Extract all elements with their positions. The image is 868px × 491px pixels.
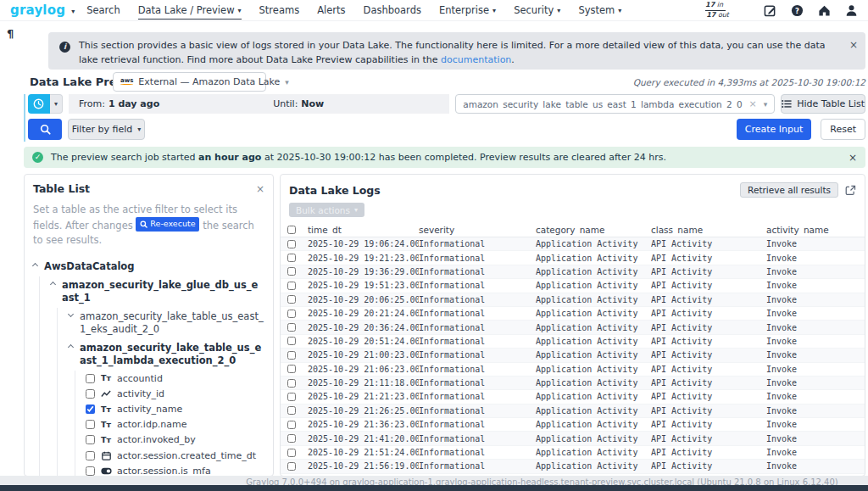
log-table-row[interactable]: 2025-10-29 19:51:23.000 Informational Ap…	[281, 279, 865, 293]
user-icon[interactable]	[845, 4, 858, 17]
cell-time-dt: 2025-10-29 20:51:24.000	[308, 337, 419, 346]
column-header[interactable]: severity	[419, 225, 536, 235]
help-icon[interactable]: ?	[791, 4, 804, 17]
log-table-row[interactable]: 2025-10-29 21:11:18.000 Informational Ap…	[281, 377, 865, 390]
field-list-item[interactable]: actor.session.is_mfa	[86, 463, 264, 477]
time-range-display[interactable]: From: 1 day ago Until: Now	[69, 94, 449, 114]
data-lake-selector-dropdown[interactable]: aws External — Amazon Data Lake ▾	[113, 72, 266, 92]
nav-menu-item[interactable]: Alerts	[317, 2, 345, 19]
tree-node-table-expanded[interactable]: amazon_security_lake_table_us_east_1_lam…	[69, 339, 264, 371]
log-table-row[interactable]: 2025-10-29 21:56:19.000 Informational Ap…	[281, 460, 865, 473]
clear-filter-icon[interactable]: ×	[749, 98, 757, 109]
nav-menu-item[interactable]: Streams	[259, 2, 300, 19]
hide-table-list-button[interactable]: Hide Table List	[781, 94, 865, 114]
job-banner-close-icon[interactable]: ×	[849, 152, 857, 164]
graylog-logo[interactable]: graylog	[10, 3, 65, 18]
re-execute-button[interactable]: Re-execute	[136, 217, 199, 231]
bulk-actions-button[interactable]: Bulk actions ▾	[289, 203, 364, 217]
row-checkbox[interactable]	[287, 337, 296, 345]
nav-menu-item[interactable]: Dashboards	[364, 2, 421, 19]
field-list-item[interactable]: actor.session.created_time_dt	[86, 448, 264, 463]
row-checkbox[interactable]	[287, 310, 296, 318]
row-checkbox[interactable]	[287, 351, 296, 360]
time-range-dropdown-caret[interactable]: ▾	[50, 94, 63, 114]
field-list-item[interactable]: Tᴛ actor.idp.name	[86, 417, 264, 432]
column-header[interactable]: class_name	[651, 225, 766, 235]
row-checkbox[interactable]	[287, 267, 296, 276]
throughput-out-unit: out	[718, 11, 729, 19]
log-table-row[interactable]: 2025-10-29 21:41:20.000 Informational Ap…	[281, 432, 865, 445]
documentation-link[interactable]: documentation	[441, 54, 511, 65]
cell-class-name: API Activity	[651, 309, 766, 318]
compose-icon[interactable]	[764, 4, 776, 17]
field-checkbox[interactable]	[86, 389, 95, 399]
log-table-row[interactable]: 2025-10-29 21:36:23.000 Informational Ap…	[281, 418, 865, 432]
column-header[interactable]: category_name	[536, 225, 651, 235]
external-link-icon[interactable]	[845, 185, 856, 196]
cell-time-dt: 2025-10-29 21:06:23.000	[308, 365, 419, 374]
log-table-row[interactable]: 2025-10-29 20:51:24.000 Informational Ap…	[281, 335, 865, 349]
row-checkbox[interactable]	[287, 406, 296, 415]
log-table-row[interactable]: 2025-10-29 19:21:23.000 Informational Ap…	[281, 251, 865, 265]
row-checkbox[interactable]	[287, 295, 296, 304]
log-table-row[interactable]: 2025-10-29 19:36:29.000 Informational Ap…	[281, 265, 865, 279]
log-table-row[interactable]: 2025-10-29 21:00:23.000 Informational Ap…	[281, 349, 865, 362]
search-button[interactable]	[28, 119, 62, 140]
nav-menu-item[interactable]: Security ▾	[514, 2, 560, 19]
retrieve-all-results-button[interactable]: Retrieve all results	[740, 182, 838, 198]
column-header[interactable]: activity_name	[766, 225, 865, 235]
row-checkbox[interactable]	[287, 240, 296, 248]
field-checkbox[interactable]	[86, 451, 95, 460]
tree-node-catalog[interactable]: AwsDataCatalog	[33, 258, 264, 276]
row-checkbox[interactable]	[287, 449, 296, 457]
row-checkbox[interactable]	[287, 379, 296, 388]
filter-by-field-button[interactable]: Filter by field ▾	[68, 119, 145, 140]
table-filter-select[interactable]: amazon_security_lake_table_us_east_1_lam…	[455, 94, 775, 114]
select-all-checkbox[interactable]	[287, 226, 296, 234]
row-checkbox[interactable]	[287, 282, 296, 290]
log-table-row[interactable]: 2025-10-29 20:36:24.000 Informational Ap…	[281, 321, 865, 334]
nav-menu-item[interactable]: System ▾	[578, 2, 621, 19]
reset-button[interactable]: Reset	[821, 119, 865, 140]
row-checkbox[interactable]	[287, 434, 296, 443]
table-list-close-icon[interactable]: ×	[256, 183, 264, 195]
create-input-button[interactable]: Create Input	[737, 119, 812, 140]
row-checkbox[interactable]	[287, 462, 296, 471]
nav-menu-item[interactable]: Search	[86, 2, 120, 19]
field-checkbox[interactable]	[86, 374, 95, 383]
log-table-row[interactable]: 2025-10-29 21:21:23.000 Informational Ap…	[281, 390, 865, 404]
nav-menu-item[interactable]: Data Lake / Preview ▾	[138, 2, 242, 20]
home-icon[interactable]	[818, 4, 831, 17]
info-banner-close-icon[interactable]: ×	[849, 37, 858, 53]
cell-activity-name: Invoke	[766, 239, 865, 248]
info-icon: i	[59, 42, 70, 53]
field-checkbox[interactable]	[86, 420, 95, 429]
log-table-row[interactable]: 2025-10-29 19:06:24.000 Informational Ap…	[281, 237, 865, 251]
field-checkbox[interactable]	[86, 405, 95, 414]
row-checkbox[interactable]	[287, 365, 296, 373]
log-table-row[interactable]: 2025-10-29 20:21:24.000 Informational Ap…	[281, 307, 865, 321]
column-header[interactable]: time_dt	[308, 225, 419, 235]
field-list-item[interactable]: activity_id	[86, 386, 264, 401]
brand-chevron-down-icon[interactable]: ▾	[71, 8, 75, 15]
tree-node-table-collapsed[interactable]: amazon_security_lake_table_us_east_1_eks…	[69, 308, 264, 339]
time-range-button[interactable]	[28, 94, 50, 114]
field-checkbox[interactable]	[86, 466, 95, 476]
nav-menu-item[interactable]: Enterprise ▾	[439, 2, 496, 19]
row-checkbox[interactable]	[287, 254, 296, 262]
log-table-row[interactable]: 2025-10-29 21:26:25.000 Informational Ap…	[281, 405, 865, 418]
throughput-indicator[interactable]: 17 in 17 out	[702, 1, 729, 20]
field-checkbox[interactable]	[86, 435, 95, 444]
log-table-row[interactable]: 2025-10-29 21:06:23.000 Informational Ap…	[281, 363, 865, 377]
log-table-row[interactable]: 2025-10-29 21:51:24.000 Informational Ap…	[281, 446, 865, 460]
row-checkbox[interactable]	[287, 393, 296, 401]
log-table-row[interactable]: 2025-10-29 20:06:25.000 Informational Ap…	[281, 293, 865, 307]
pilcrow-toggle[interactable]: ¶	[7, 27, 14, 40]
field-list-item[interactable]: Tᴛ actor.invoked_by	[86, 432, 264, 448]
row-checkbox[interactable]	[287, 323, 296, 332]
field-list-item[interactable]: Tᴛ accountid	[86, 371, 264, 386]
row-checkbox[interactable]	[287, 421, 296, 429]
tree-node-database[interactable]: amazon_security_lake_glue_db_us_east_1	[51, 276, 264, 308]
chevron-down-icon[interactable]: ▾	[764, 100, 768, 109]
field-list-item[interactable]: Tᴛ activity_name	[86, 401, 264, 416]
